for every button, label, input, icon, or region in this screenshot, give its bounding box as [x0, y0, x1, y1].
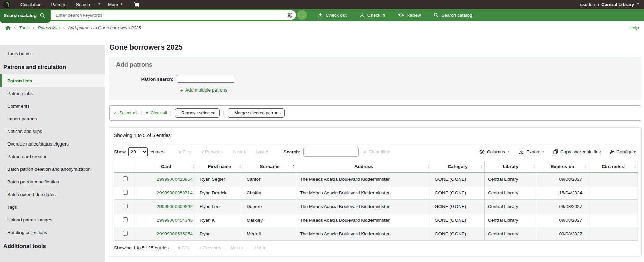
sidebar-item-tags[interactable]: Tags	[0, 201, 105, 213]
pager-last-button[interactable]: Last»	[253, 245, 265, 250]
pager-glyph: ‹	[200, 245, 202, 250]
cell-library: Central Library	[485, 186, 537, 200]
button-label: Configure	[616, 149, 636, 154]
column-header-library[interactable]: Library▲▼	[485, 161, 537, 172]
sidebar-item-patron-clubs[interactable]: Patron clubs	[0, 87, 105, 100]
sort-icon: ▲▼	[427, 164, 430, 169]
export-button[interactable]: Export▼	[519, 149, 545, 154]
column-header-surname[interactable]: Surname▲▼	[243, 161, 296, 172]
sort-icon: ▲▼	[292, 164, 295, 169]
pager-label: First	[183, 149, 192, 154]
patron-row: 29999000609842Ryan LeeDupreeThe Meads Ac…	[114, 200, 638, 213]
topbar-menu-search[interactable]: Search	[71, 0, 95, 9]
sidebar-item-tools-home[interactable]: Tools home	[0, 47, 105, 60]
card-number-link[interactable]: 29999000353714	[157, 190, 193, 195]
sidebar-item-comments[interactable]: Comments	[0, 100, 105, 112]
sidebar-item-batch-patron-modification[interactable]: Batch patron modification	[0, 176, 105, 188]
remove-selected-button[interactable]: Remove selected	[175, 108, 220, 118]
sidebar-item-rotating-collections[interactable]: Rotating collections	[0, 226, 105, 239]
sidebar-item-batch-extend-due-dates[interactable]: Batch extend due dates	[0, 188, 105, 201]
cart-button[interactable]	[131, 0, 142, 9]
search-catalog-tab[interactable]: Search catalog	[0, 9, 50, 23]
show-label: Show	[114, 149, 126, 154]
page-length-select[interactable]: 20	[128, 147, 148, 156]
column-header-circ-notes[interactable]: Circ notes▲▼	[588, 161, 638, 172]
clear-filter-link[interactable]: ✕ Clear filter	[363, 149, 390, 155]
check-out-link[interactable]: Check out	[318, 13, 347, 18]
sidebar-item-batch-patron-deletion-and-anonymization[interactable]: Batch patron deletion and anonymization	[0, 163, 105, 176]
entries-label: entries	[151, 149, 165, 154]
select-all-link[interactable]: ✓ Select all	[114, 110, 137, 115]
table-controls: Show 20 entries «First‹PreviousNext›Last…	[114, 147, 636, 157]
sliders-icon[interactable]	[287, 13, 293, 18]
column-header-first-name[interactable]: First name▲▼	[196, 161, 243, 172]
topbar-menu-search-dropdown[interactable]: ▼	[95, 0, 103, 9]
pager-previous-button[interactable]: ‹Previous	[200, 245, 221, 250]
sidebar-item-notices-and-slips[interactable]: Notices and slips	[0, 125, 105, 138]
card-number-link[interactable]: 29999000454348	[157, 218, 193, 223]
column-label: Card	[161, 164, 171, 169]
column-header-expires-on[interactable]: Expires on▲▼	[537, 161, 588, 172]
sidebar-item-overdue-notice-status-triggers[interactable]: Overdue notice/status triggers	[0, 138, 105, 150]
check-in-link[interactable]: Check in	[360, 13, 386, 18]
pager-first-button[interactable]: «First	[179, 149, 192, 155]
configure-button[interactable]: Configure	[609, 149, 636, 154]
toolbar-separator: |	[141, 110, 142, 115]
column-header-address[interactable]: Address▲▼	[296, 161, 431, 172]
cell-circ-notes	[588, 186, 638, 200]
row-checkbox[interactable]	[123, 204, 128, 208]
catalog-search-submit-button[interactable]: →	[297, 10, 307, 20]
quick-link-label: Check out	[326, 13, 347, 18]
koha-logo[interactable]	[3, 1, 10, 8]
card-number-link[interactable]: 29999000535054	[157, 231, 193, 236]
user-menu[interactable]: csqdemo Central Library ▼	[580, 2, 644, 7]
row-checkbox[interactable]	[123, 217, 128, 222]
merge-selected-patrons-button[interactable]: Merge selected patrons	[228, 108, 285, 118]
pager-next-button[interactable]: Next›	[230, 245, 243, 250]
row-checkbox[interactable]	[123, 176, 128, 181]
sidebar-item-import-patrons[interactable]: Import patrons	[0, 112, 105, 125]
table-search-input[interactable]	[303, 147, 359, 157]
pager-next-button[interactable]: Next›	[233, 149, 246, 155]
sidebar-item-patron-lists[interactable]: Patron lists	[0, 74, 105, 87]
wrench-icon	[609, 150, 614, 154]
row-checkbox[interactable]	[123, 190, 128, 195]
columns-button[interactable]: Columns▼	[479, 149, 510, 154]
toolbar-separator: |	[223, 110, 224, 115]
breadcrumb-separator: ›	[33, 26, 34, 30]
breadcrumb-patron-lists[interactable]: Patron lists	[38, 25, 60, 30]
card-number-link[interactable]: 29999000428854	[157, 177, 193, 182]
pager-label: Next	[233, 149, 243, 154]
pager-glyph: ›	[244, 149, 246, 155]
search-catalog-tab-label: Search catalog	[4, 13, 37, 18]
cell-category: GONE (GONE)	[431, 213, 485, 227]
copy-shareable-link-button[interactable]: Copy shareable link	[553, 149, 601, 154]
list-toolbar: ✓ Select all | ✕ Clear all | Remove sele…	[109, 105, 641, 121]
menu-label: Circulation	[20, 2, 41, 7]
home-breadcrumb-link[interactable]	[5, 25, 11, 30]
pager-previous-button[interactable]: ‹Previous	[202, 149, 223, 155]
cell-first-name: Ryan	[196, 227, 243, 241]
sidebar-section-additional-tools: Additional tools	[0, 239, 105, 253]
clear-all-link[interactable]: ✕ Clear all	[145, 110, 167, 115]
topbar-menu-patrons[interactable]: Patrons	[46, 0, 71, 9]
breadcrumb-tools[interactable]: Tools	[19, 25, 30, 30]
pager-last-button[interactable]: Last»	[256, 149, 268, 155]
chevron-down-icon: ▼	[507, 151, 510, 153]
sidebar-item-upload-patron-images[interactable]: Upload patron images	[0, 213, 105, 226]
patron-search-input[interactable]	[177, 75, 234, 83]
row-checkbox[interactable]	[123, 231, 128, 236]
export-icon	[519, 150, 524, 154]
column-header-category[interactable]: Category▲▼	[431, 161, 485, 172]
renew-link[interactable]: Renew	[398, 13, 421, 18]
card-number-link[interactable]: 29999000609842	[157, 204, 193, 209]
catalog-search-input[interactable]	[55, 12, 287, 18]
pager-first-button[interactable]: «First	[178, 245, 191, 250]
sidebar-item-patron-card-creator[interactable]: Patron card creator	[0, 150, 105, 163]
topbar-menu-more[interactable]: More▼	[103, 0, 128, 9]
topbar-menu-circulation[interactable]: Circulation	[16, 0, 46, 9]
help-link[interactable]: Help	[629, 25, 639, 30]
add-multiple-patrons-link[interactable]: + Add multiple patrons	[180, 87, 227, 93]
search-catalog-link[interactable]: Search catalog	[434, 13, 472, 18]
column-header-card[interactable]: Card▲▼	[136, 161, 196, 172]
